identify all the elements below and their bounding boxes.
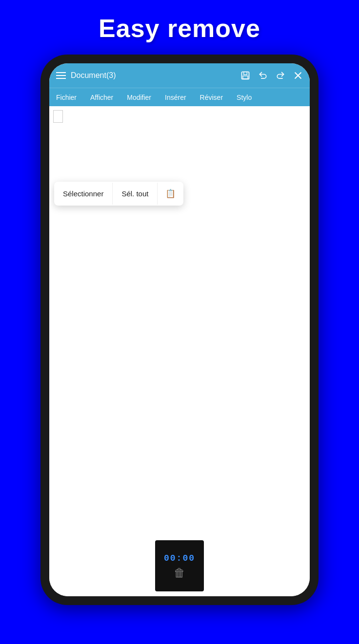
app-menubar: Fichier Afficher Modifier Insérer Révise… <box>49 88 310 106</box>
undo-icon[interactable] <box>258 71 268 80</box>
topbar-left: Document(3) <box>56 71 116 80</box>
menu-afficher[interactable]: Afficher <box>83 88 120 106</box>
topbar-right <box>240 71 303 80</box>
trash-icon: 🗑 <box>174 567 185 579</box>
svg-rect-1 <box>244 72 247 75</box>
timer-display: 00:00 <box>164 553 195 563</box>
page-indicator <box>53 110 63 123</box>
menu-modifier[interactable]: Modifier <box>120 88 158 106</box>
context-menu-select-all[interactable]: Sél. tout <box>113 183 158 205</box>
close-icon[interactable] <box>293 71 303 80</box>
context-menu-select[interactable]: Sélectionner <box>54 183 113 205</box>
phone-screen: Document(3) <box>49 63 310 596</box>
menu-stylo[interactable]: Stylo <box>230 88 259 106</box>
hamburger-icon[interactable] <box>56 72 66 79</box>
page-title: Easy remove <box>99 14 260 43</box>
menu-reviser[interactable]: Réviser <box>193 88 230 106</box>
redo-icon[interactable] <box>276 71 285 80</box>
context-menu-clipboard-icon[interactable]: 📋 <box>158 182 183 206</box>
document-area: Sélectionner Sél. tout 📋 00:00 🗑 <box>49 106 310 596</box>
document-title: Document(3) <box>71 71 116 80</box>
save-icon[interactable] <box>240 71 250 80</box>
context-menu: Sélectionner Sél. tout 📋 <box>54 182 183 206</box>
svg-rect-2 <box>243 76 248 79</box>
phone-frame: Document(3) <box>40 55 319 605</box>
menu-fichier[interactable]: Fichier <box>49 88 83 106</box>
menu-inserer[interactable]: Insérer <box>158 88 193 106</box>
app-topbar: Document(3) <box>49 63 310 88</box>
timer-widget[interactable]: 00:00 🗑 <box>155 540 204 591</box>
